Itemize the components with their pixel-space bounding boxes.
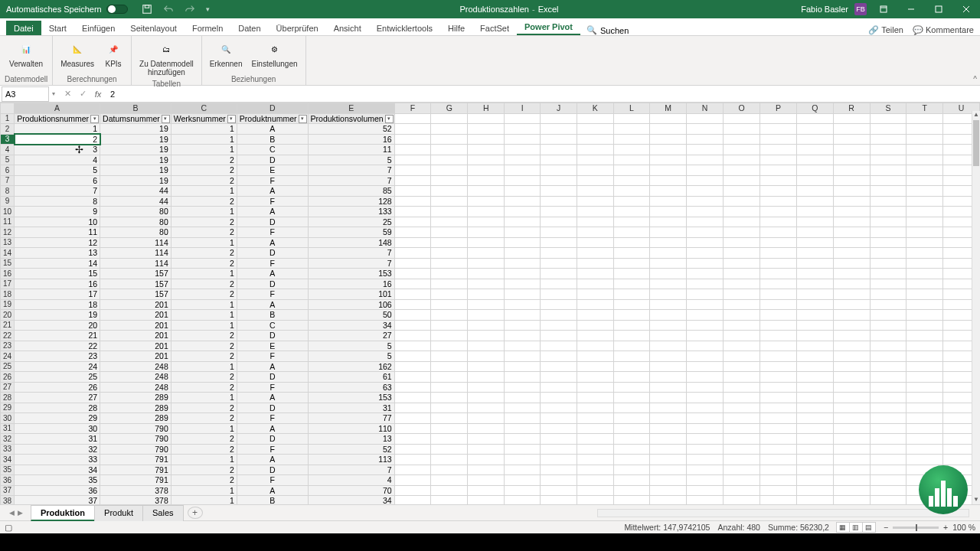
cell[interactable]: [468, 289, 505, 300]
cell[interactable]: [468, 175, 505, 186]
cell[interactable]: 201: [100, 331, 172, 341]
cell[interactable]: [724, 134, 760, 145]
cell[interactable]: [505, 423, 541, 434]
ribbon-tab-power pivot[interactable]: Power Pivot: [517, 19, 580, 35]
cell[interactable]: [468, 207, 505, 217]
cell[interactable]: [906, 413, 943, 424]
row-header[interactable]: 11: [1, 217, 15, 227]
cell[interactable]: [833, 434, 870, 445]
cell[interactable]: [577, 145, 613, 155]
cell[interactable]: [724, 196, 760, 207]
cell[interactable]: [650, 320, 687, 331]
cell[interactable]: 27: [15, 393, 100, 403]
cell[interactable]: [505, 196, 541, 207]
cell[interactable]: [724, 382, 760, 393]
cell[interactable]: [724, 423, 760, 434]
cell[interactable]: 14: [15, 258, 100, 269]
cell[interactable]: [431, 382, 468, 393]
row-header[interactable]: 6: [1, 165, 15, 176]
cell[interactable]: [577, 465, 613, 475]
cell[interactable]: [833, 113, 870, 124]
cell[interactable]: 114: [100, 237, 172, 248]
cell[interactable]: [613, 258, 650, 269]
col-header[interactable]: F: [394, 103, 431, 114]
cell[interactable]: [724, 455, 760, 465]
cell[interactable]: 16: [308, 134, 394, 145]
ribbon-item-kpis[interactable]: 📌KPIs: [100, 38, 126, 73]
cell[interactable]: [687, 186, 724, 197]
cell[interactable]: [724, 155, 760, 165]
cell[interactable]: 110: [308, 423, 394, 434]
cell[interactable]: [796, 310, 833, 321]
ribbon-tab-factset[interactable]: FactSet: [472, 21, 517, 35]
col-header[interactable]: Q: [796, 103, 833, 114]
cell[interactable]: [724, 393, 760, 403]
cell[interactable]: [870, 320, 906, 331]
cell[interactable]: 19: [100, 145, 172, 155]
cell[interactable]: [833, 465, 870, 475]
row-header[interactable]: 21: [1, 320, 15, 331]
cell[interactable]: [577, 423, 613, 434]
cell[interactable]: [541, 444, 577, 455]
cell[interactable]: [650, 310, 687, 321]
cell[interactable]: [577, 341, 613, 351]
cell[interactable]: 2: [171, 403, 237, 413]
cell[interactable]: E: [237, 341, 308, 351]
cell[interactable]: [833, 237, 870, 248]
cell[interactable]: [687, 248, 724, 259]
cell[interactable]: [577, 113, 613, 124]
cell[interactable]: [760, 485, 797, 496]
cell[interactable]: [650, 155, 687, 165]
cell[interactable]: 7: [308, 465, 394, 475]
cell[interactable]: [870, 434, 906, 445]
cell[interactable]: 31: [15, 434, 100, 445]
cell[interactable]: [431, 320, 468, 331]
cell[interactable]: [541, 372, 577, 383]
col-header[interactable]: I: [505, 103, 541, 114]
cell[interactable]: [833, 258, 870, 269]
cell[interactable]: [833, 145, 870, 155]
cell[interactable]: [687, 413, 724, 424]
row-header[interactable]: 33: [1, 444, 15, 455]
cell[interactable]: [468, 382, 505, 393]
cell[interactable]: [541, 475, 577, 486]
cell[interactable]: [687, 434, 724, 445]
name-box-dropdown-icon[interactable]: ▾: [49, 90, 58, 97]
cell[interactable]: [687, 455, 724, 465]
cell[interactable]: [650, 341, 687, 351]
cell[interactable]: [541, 258, 577, 269]
cell[interactable]: [760, 331, 797, 341]
cell[interactable]: [505, 382, 541, 393]
cell[interactable]: [613, 175, 650, 186]
row-header[interactable]: 19: [1, 299, 15, 310]
cell[interactable]: E: [237, 165, 308, 176]
sheet-tab-produkt[interactable]: Produkt: [94, 505, 143, 521]
cell[interactable]: [687, 320, 724, 331]
cell[interactable]: [431, 113, 468, 124]
cell[interactable]: [760, 372, 797, 383]
cell[interactable]: 2: [171, 217, 237, 227]
cell[interactable]: [724, 475, 760, 486]
cell[interactable]: [468, 155, 505, 165]
cell[interactable]: [687, 196, 724, 207]
cell[interactable]: [505, 341, 541, 351]
cell[interactable]: [906, 331, 943, 341]
cell[interactable]: [431, 134, 468, 145]
cell[interactable]: [796, 455, 833, 465]
ribbon-tab-daten[interactable]: Daten: [230, 21, 268, 35]
cell[interactable]: [613, 165, 650, 176]
cell[interactable]: [833, 423, 870, 434]
cell[interactable]: [505, 134, 541, 145]
row-header[interactable]: 23: [1, 341, 15, 351]
cell[interactable]: F: [237, 413, 308, 424]
cell[interactable]: [796, 423, 833, 434]
cell[interactable]: 16: [15, 279, 100, 289]
cell[interactable]: [870, 258, 906, 269]
cell[interactable]: [613, 434, 650, 445]
row-header[interactable]: 37: [1, 485, 15, 496]
cell[interactable]: 11: [15, 227, 100, 238]
cell[interactable]: [613, 279, 650, 289]
cell[interactable]: [650, 299, 687, 310]
cell[interactable]: 33: [15, 455, 100, 465]
cell[interactable]: [577, 217, 613, 227]
